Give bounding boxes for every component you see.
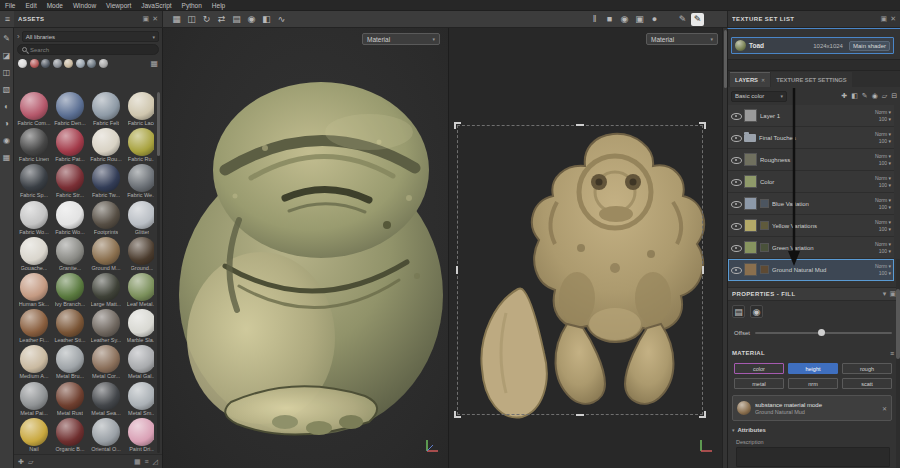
blend-mode-dropdown[interactable]: Basic color ▾ [731,91,787,102]
remove-material-icon[interactable]: ✕ [882,405,887,412]
menu-item-help[interactable]: Help [207,2,230,9]
material-item-leather-fi[interactable]: Leather Fi... [17,309,51,344]
channel-metal-button[interactable]: metal [734,378,784,389]
close-tab-icon[interactable]: ✕ [761,77,765,83]
description-input[interactable] [736,447,890,467]
material-item-metal-bru[interactable]: Metal Bru... [53,345,87,380]
screenshot-icon[interactable]: ◉ [618,13,631,26]
add-asset-icon[interactable]: ✚ [18,458,24,466]
collapse-chevron-icon[interactable]: › [17,33,20,41]
paint-brush-tool-icon[interactable]: ✎ [3,34,10,43]
layer-blend-select[interactable]: Norm ▾ [875,241,891,247]
material-item-fabric-wo[interactable]: Fabric Wo... [17,201,51,236]
selection-handle[interactable] [454,122,461,129]
assets-scrollbar[interactable] [157,92,160,453]
close-panel-icon[interactable]: ✕ [890,15,896,23]
dock-panel-icon[interactable]: ▣ [881,15,888,23]
split-view-icon[interactable]: ◫ [185,13,198,26]
layer-row-color[interactable]: ColorNorm ▾100 ▾ [728,171,894,193]
material-item-oriental-o[interactable]: Oriental O... [89,418,123,453]
material-item-ground[interactable]: Ground... [125,237,154,272]
layer-opacity-select[interactable]: 100 ▾ [879,160,891,166]
layer-blend-select[interactable]: Norm ▾ [875,131,891,137]
material-item-metal-rust[interactable]: Metal Rust [53,382,87,417]
filter-smart-masks-icon[interactable] [53,59,62,68]
material-item-fabric-ru[interactable]: Fabric Ru... [125,128,154,163]
material-item-fabric-lace[interactable]: Fabric Lace [125,92,154,127]
texture-set-shader-button[interactable]: Main shader [849,41,890,51]
main-menu-icon[interactable]: ≡ [1,13,14,26]
texture-set-row[interactable]: Toad 1024x1024 Main shader [731,37,894,54]
dock-panel-icon[interactable]: ▣ [143,15,150,23]
layer-blend-select[interactable]: Norm ▾ [875,109,891,115]
add-paint-layer-icon[interactable]: ✎ [862,92,868,100]
material-item-nail[interactable]: Nail [17,418,51,453]
visibility-eye-icon[interactable] [731,134,741,142]
layer-blend-select[interactable]: Norm ▾ [875,197,891,203]
material-item-medium-a[interactable]: Medium A... [17,345,51,380]
import-folder-icon[interactable]: ▱ [28,458,33,466]
stop-icon[interactable]: ■ [603,13,616,26]
channel-height-button[interactable]: height [788,363,838,374]
selection-handle[interactable] [702,266,704,274]
lazy-mouse-icon[interactable]: ∿ [275,13,288,26]
delete-layer-icon[interactable]: ⊟ [891,92,897,100]
layer-row-green-variation[interactable]: Green VariationNorm ▾100 ▾ [728,237,894,259]
selection-handle[interactable] [576,124,584,126]
scrollbar-thumb[interactable] [896,289,900,359]
visibility-eye-icon[interactable] [731,200,741,208]
material-item-metal-pai[interactable]: Metal Pai... [17,382,51,417]
material-item-ground-m[interactable]: Ground M... [89,237,123,272]
material-item-fabric-str[interactable]: Fabric Str... [53,164,87,199]
menu-item-mode[interactable]: Mode [42,2,68,9]
visibility-eye-icon[interactable] [731,244,741,252]
menu-item-file[interactable]: File [0,2,20,9]
material-item-fabric-felt[interactable]: Fabric Felt [89,92,123,127]
add-mask-icon[interactable]: ◉ [872,92,878,100]
menu-item-python[interactable]: Python [177,2,207,9]
scrollbar-thumb[interactable] [157,92,160,156]
material-item-large-matt[interactable]: Large Matt... [89,273,123,308]
mirror-icon[interactable]: ⇄ [215,13,228,26]
grid-view-icon[interactable]: ▦ [150,59,158,68]
add-fill-layer-icon[interactable]: ◧ [851,92,858,100]
camera-icon[interactable]: ▣ [633,13,646,26]
material-item-fabric-linen[interactable]: Fabric Linen [17,128,51,163]
filter-textures-icon[interactable] [64,59,73,68]
channels-menu-icon[interactable]: ≡ [890,350,894,357]
material-item-glitter[interactable]: Glitter [125,201,154,236]
layer-row-layer-1[interactable]: Layer 1Norm ▾100 ▾ [728,105,894,127]
material-item-fabric-rou[interactable]: Fabric Rou... [89,128,123,163]
material-item-fabric-pat[interactable]: Fabric Pat... [53,128,87,163]
dock-panel-icon[interactable]: ▣ [889,290,896,298]
uv-selection-bounds[interactable] [457,125,703,415]
material-item-fabric-den[interactable]: Fabric Den... [53,92,87,127]
projection-tool-icon[interactable]: ◫ [3,68,11,77]
layer-row-yellow-variations[interactable]: Yellow VariationsNorm ▾100 ▾ [728,215,894,237]
layer-opacity-select[interactable]: 100 ▾ [879,138,891,144]
material-item-human-sk[interactable]: Human Sk... [17,273,51,308]
collapse-icon[interactable]: ▾ [883,290,887,298]
2d-view-material-dropdown[interactable]: Material ▾ [646,33,718,45]
add-effect-icon[interactable]: ✚ [841,92,847,100]
texture-set-resolution[interactable]: 1024x1024 [813,43,843,49]
symmetry-icon[interactable]: ◧ [260,13,273,26]
properties-scrollbar[interactable] [896,259,900,468]
library-dropdown[interactable]: All libraries ▾ [22,31,159,42]
filter-alphas-icon[interactable] [76,59,85,68]
material-picker-tool-icon[interactable]: ◉ [3,136,10,145]
material-item-leather-sy[interactable]: Leather Sy... [89,309,123,344]
perspective-view-icon[interactable]: ▤ [230,13,243,26]
layer-opacity-select[interactable]: 100 ▾ [879,270,891,276]
material-item-fabric-com[interactable]: Fabric Com... [17,92,51,127]
tab-texture-set-settings[interactable]: TEXTURE SET SETTINGS [771,72,852,87]
filter-brushes-icon[interactable] [87,59,96,68]
panel-splitter[interactable] [728,59,900,71]
pen-settings-icon[interactable]: ✎ [676,13,689,26]
material-item-metal-sea[interactable]: Metal Sea... [89,382,123,417]
material-item-leaf-metal[interactable]: Leaf Metal... [125,273,154,308]
filter-smart-materials-icon[interactable] [41,59,50,68]
layer-blend-select[interactable]: Norm ▾ [875,175,891,181]
material-item-fabric-we[interactable]: Fabric We... [125,164,154,199]
menu-item-window[interactable]: Window [68,2,101,9]
